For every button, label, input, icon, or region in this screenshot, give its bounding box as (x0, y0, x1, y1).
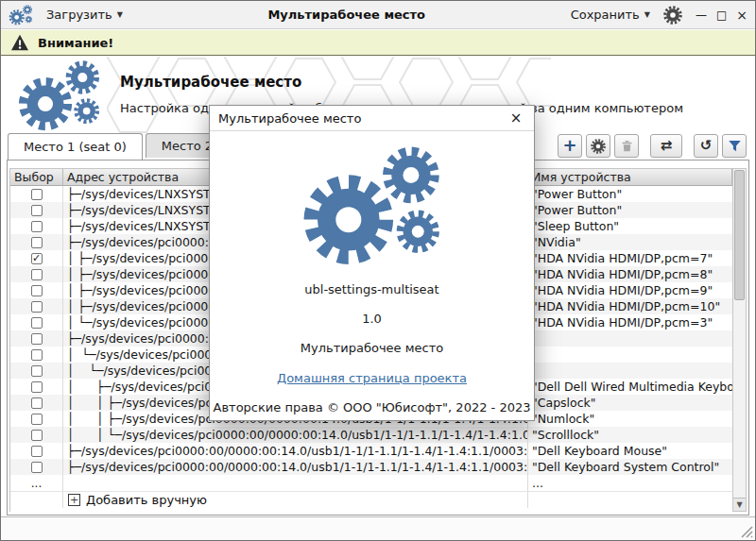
row-select-cell (10, 427, 63, 443)
row-select-cell (10, 379, 63, 395)
row-checkbox[interactable] (31, 237, 43, 248)
row-select-cell (10, 186, 63, 202)
add-manually-label: Добавить вручную (86, 493, 207, 507)
row-select-cell (10, 314, 63, 330)
row-device-name: "HDA NVidia HDMI/DP,pcm=10" (528, 298, 732, 314)
scrollbar-thumb[interactable] (734, 170, 745, 300)
column-header-name[interactable]: Имя устройства (528, 169, 732, 186)
row-checkbox[interactable] (31, 349, 43, 361)
row-device-name: "Sleep Button" (528, 218, 732, 234)
dialog-close-button[interactable]: × (507, 109, 525, 127)
scroll-down-button[interactable]: ▼ (733, 498, 746, 511)
settings-gear-icon[interactable] (663, 6, 682, 25)
title-bar: Загрузить ▼ Мультирабочее место Сохранит… (1, 1, 755, 29)
plus-icon: + (562, 137, 576, 154)
reset-button[interactable]: ↺ (694, 134, 718, 158)
row-device-name: "Dell Keyboard System Control" (528, 459, 732, 475)
row-select-cell: ... (10, 475, 63, 491)
row-select-cell (10, 363, 63, 379)
row-checkbox[interactable]: ✓ (31, 253, 43, 264)
dialog-copyright: Авторские права © ООО "Юбисофт", 2022 - … (214, 400, 531, 414)
row-device-name: ... (528, 475, 732, 491)
row-device-name: "HDA NVidia HDMI/DP,pcm=9" (528, 282, 732, 298)
chevron-down-icon: ▼ (644, 10, 650, 19)
row-select-cell (10, 330, 63, 347)
add-device-button[interactable]: + (558, 134, 582, 158)
add-row-spacer (10, 492, 63, 508)
row-select-cell (10, 234, 63, 250)
window-title: Мультирабочее место (136, 8, 558, 22)
row-checkbox[interactable] (31, 462, 43, 473)
row-device-name: "Scrolllock" (528, 427, 732, 443)
row-checkbox[interactable] (31, 221, 43, 232)
save-menu-button[interactable]: Сохранить ▼ (565, 6, 656, 24)
dialog-version: 1.0 (362, 312, 382, 326)
close-button[interactable]: × (736, 8, 747, 22)
table-row[interactable]: ├─/sys/devices/pci0000:00/0000:00:14.0/u… (10, 443, 732, 459)
undo-icon: ↺ (700, 139, 713, 153)
row-checkbox[interactable] (31, 285, 43, 296)
row-device-name: "Capslock" (528, 395, 732, 411)
resize-grip[interactable] (740, 525, 753, 538)
filter-button[interactable] (722, 134, 747, 158)
app-logo-gears (18, 60, 101, 132)
load-menu-button[interactable]: Загрузить ▼ (41, 6, 129, 24)
row-device-name: "HDA NVidia HDMI/DP,pcm=8" (528, 266, 732, 282)
trash-icon (620, 139, 634, 153)
row-device-name (528, 330, 732, 347)
tab-seat-0[interactable]: Место 1 (seat 0) (8, 133, 143, 160)
row-select-cell (10, 218, 63, 234)
table-row[interactable]: │ │ └─/sys/devices/pci0000:00/0000:00:14… (10, 427, 732, 443)
row-device-name: "Power Button" (528, 202, 732, 218)
dialog-body: ubl-settings-multiseat 1.0 Мультирабочее… (210, 131, 534, 420)
swap-arrows-icon: ⇄ (661, 139, 673, 153)
app-gears-icon (9, 5, 33, 25)
row-checkbox[interactable] (31, 397, 43, 409)
minimize-button[interactable]: — (696, 9, 707, 21)
row-checkbox[interactable] (31, 333, 43, 345)
load-menu-label: Загрузить (46, 8, 112, 22)
row-checkbox[interactable] (31, 381, 43, 393)
device-settings-button[interactable] (586, 134, 610, 158)
row-select-cell (10, 202, 63, 218)
window-controls: — □ × (696, 8, 747, 22)
row-device-name: "NVidia" (528, 234, 732, 250)
row-select-cell (10, 266, 63, 282)
row-checkbox[interactable] (31, 317, 43, 329)
row-checkbox[interactable] (31, 365, 43, 377)
dialog-title-bar: Мультирабочее место × (210, 106, 534, 131)
row-select-cell: ✓ (10, 250, 63, 266)
column-header-select[interactable]: Выбор (10, 169, 63, 186)
row-device-address (63, 475, 528, 491)
maximize-button[interactable]: □ (716, 9, 727, 21)
row-select-cell (10, 298, 63, 314)
add-manually-row[interactable]: + Добавить вручную (10, 491, 732, 508)
warning-banner: Внимание! (1, 30, 755, 56)
arrow-down-icon: ▼ (736, 500, 742, 509)
table-row[interactable]: ├─/sys/devices/pci0000:00/0000:00:14.0/u… (10, 459, 732, 475)
table-row[interactable]: ... ... (10, 475, 732, 491)
page-title: Мультирабочее место (120, 74, 301, 91)
gear-icon (591, 139, 606, 154)
row-checkbox[interactable] (31, 269, 43, 280)
row-select-cell (10, 282, 63, 298)
row-select-cell (10, 395, 63, 411)
row-device-name: "Dell Dell Wired Multimedia Keyboard" (528, 379, 732, 395)
swap-devices-button[interactable]: ⇄ (650, 134, 682, 158)
dialog-gears-logo (301, 146, 444, 267)
dialog-app-name: Мультирабочее место (301, 341, 443, 355)
row-device-address: │ │ └─/sys/devices/pci0000:00/0000:00:14… (63, 427, 528, 443)
homepage-link[interactable]: Домашняя страница проекта (277, 371, 467, 385)
vertical-scrollbar[interactable]: ▼ (732, 168, 747, 512)
row-checkbox[interactable] (31, 414, 43, 425)
dialog-title: Мультирабочее место (218, 111, 507, 126)
warning-label: Внимание! (38, 36, 113, 50)
row-checkbox[interactable] (31, 301, 43, 313)
row-checkbox[interactable] (31, 430, 43, 441)
row-checkbox[interactable] (31, 205, 43, 216)
row-checkbox[interactable] (31, 189, 43, 200)
row-select-cell (10, 347, 63, 363)
row-checkbox[interactable] (31, 446, 43, 457)
delete-device-button[interactable] (614, 134, 639, 158)
device-toolbar: + ⇄ ↺ (554, 134, 747, 158)
